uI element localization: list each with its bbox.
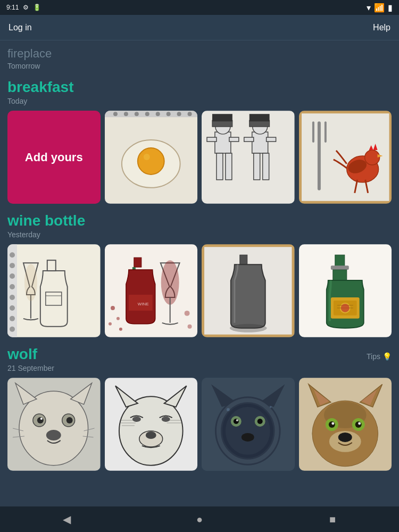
- svg-rect-29: [250, 114, 270, 121]
- svg-rect-25: [244, 137, 254, 142]
- help-button[interactable]: Help: [373, 23, 390, 32]
- svg-point-137: [358, 422, 361, 425]
- recent-button[interactable]: ■: [317, 509, 348, 530]
- wolf-header-row: wolf Tips 💡: [7, 346, 392, 364]
- svg-rect-42: [7, 244, 101, 337]
- svg-point-124: [270, 406, 272, 408]
- svg-point-46: [10, 273, 15, 279]
- svg-point-64: [110, 306, 114, 310]
- top-bar: Log in Help: [0, 15, 399, 40]
- svg-point-7: [166, 112, 170, 116]
- section-date-fireplace: Tomorrow: [7, 62, 392, 70]
- svg-point-2: [113, 112, 117, 116]
- status-right: ▾ 📶 ▮: [367, 3, 393, 13]
- svg-point-93: [46, 430, 61, 440]
- section-wine-bottle: wine bottle Yesterday: [7, 212, 392, 337]
- status-left: 9:11 ⚙ 🔋: [6, 4, 41, 11]
- svg-point-47: [10, 284, 15, 289]
- svg-point-136: [331, 422, 334, 425]
- svg-point-36: [364, 150, 379, 165]
- svg-point-121: [236, 419, 238, 421]
- svg-point-110: [145, 431, 156, 439]
- login-button[interactable]: Log in: [9, 23, 32, 32]
- breakfast-grid: Add yours: [7, 111, 392, 204]
- svg-rect-32: [317, 121, 320, 190]
- svg-rect-24: [263, 153, 269, 180]
- add-yours-label: Add yours: [25, 151, 83, 164]
- svg-text:WINE: WINE: [137, 302, 148, 306]
- wine-bottle-image-2[interactable]: WINE: [105, 244, 198, 337]
- section-title-wine-bottle: wine bottle: [7, 212, 392, 229]
- section-fireplace: fireplace Tomorrow: [7, 47, 392, 70]
- svg-point-69: [119, 328, 122, 331]
- tips-label[interactable]: Tips 💡: [367, 352, 392, 361]
- svg-point-139: [338, 433, 352, 442]
- wine-bottle-image-4[interactable]: [299, 244, 392, 337]
- svg-point-90: [37, 417, 44, 423]
- svg-rect-75: [335, 255, 344, 267]
- svg-rect-21: [252, 132, 268, 153]
- svg-point-45: [10, 263, 15, 268]
- svg-point-122: [242, 433, 254, 442]
- svg-rect-19: [229, 137, 239, 142]
- svg-rect-33: [312, 121, 314, 143]
- svg-point-68: [187, 325, 192, 329]
- svg-rect-23: [254, 153, 260, 180]
- svg-point-51: [10, 327, 15, 332]
- svg-rect-1: [105, 111, 198, 117]
- section-date-wine-bottle: Yesterday: [7, 230, 392, 239]
- section-date-wolf: 21 September: [7, 364, 392, 372]
- breakfast-image-2[interactable]: [202, 111, 295, 204]
- svg-point-3: [123, 112, 128, 116]
- svg-rect-14: [215, 132, 231, 153]
- svg-rect-72: [240, 255, 247, 264]
- wolf-image-2[interactable]: [105, 378, 198, 471]
- svg-rect-58: [134, 257, 141, 267]
- wolf-image-4[interactable]: [299, 378, 392, 471]
- svg-rect-28: [212, 114, 232, 121]
- svg-point-11: [137, 148, 164, 174]
- svg-point-135: [355, 421, 361, 428]
- section-title-fireplace: fireplace: [7, 47, 392, 61]
- svg-rect-59: [132, 267, 135, 270]
- svg-point-12: [143, 154, 149, 160]
- svg-rect-26: [267, 137, 276, 142]
- svg-point-119: [234, 419, 239, 424]
- svg-point-134: [328, 421, 335, 428]
- svg-rect-76: [330, 265, 348, 270]
- svg-rect-18: [207, 137, 217, 142]
- svg-point-65: [116, 317, 119, 320]
- wifi-icon: ▾: [367, 3, 371, 13]
- wolf-image-3[interactable]: [202, 378, 295, 471]
- add-yours-button[interactable]: Add yours: [7, 111, 101, 204]
- svg-point-73: [230, 324, 267, 332]
- svg-rect-43: [7, 244, 17, 337]
- wine-bottle-grid: WINE: [7, 244, 392, 337]
- lightbulb-icon: 💡: [383, 352, 392, 361]
- breakfast-image-1[interactable]: [105, 111, 198, 204]
- svg-point-107: [132, 417, 140, 422]
- home-button[interactable]: ●: [184, 509, 215, 530]
- settings-icon: ⚙: [23, 4, 29, 11]
- wolf-image-1[interactable]: [7, 378, 101, 471]
- svg-point-91: [66, 417, 73, 423]
- svg-point-9: [187, 112, 192, 116]
- signal-icon: 📶: [374, 3, 385, 13]
- section-breakfast: breakfast Today Add yours: [7, 79, 392, 204]
- wine-bottle-image-3[interactable]: [202, 244, 295, 337]
- svg-point-120: [257, 419, 263, 424]
- svg-rect-34: [324, 121, 326, 143]
- time-display: 9:11: [6, 4, 19, 11]
- svg-rect-17: [226, 153, 232, 180]
- battery-icon: 🔋: [33, 4, 41, 11]
- wine-bottle-image-1[interactable]: [7, 244, 101, 337]
- svg-point-123: [227, 408, 230, 411]
- svg-point-8: [177, 112, 181, 116]
- section-wolf: wolf Tips 💡 21 September: [7, 346, 392, 471]
- breakfast-image-3[interactable]: [299, 111, 392, 204]
- svg-point-5: [145, 112, 149, 116]
- back-button[interactable]: ◀: [51, 509, 82, 530]
- svg-point-108: [161, 417, 170, 422]
- svg-point-83: [340, 304, 349, 312]
- svg-point-49: [10, 305, 15, 311]
